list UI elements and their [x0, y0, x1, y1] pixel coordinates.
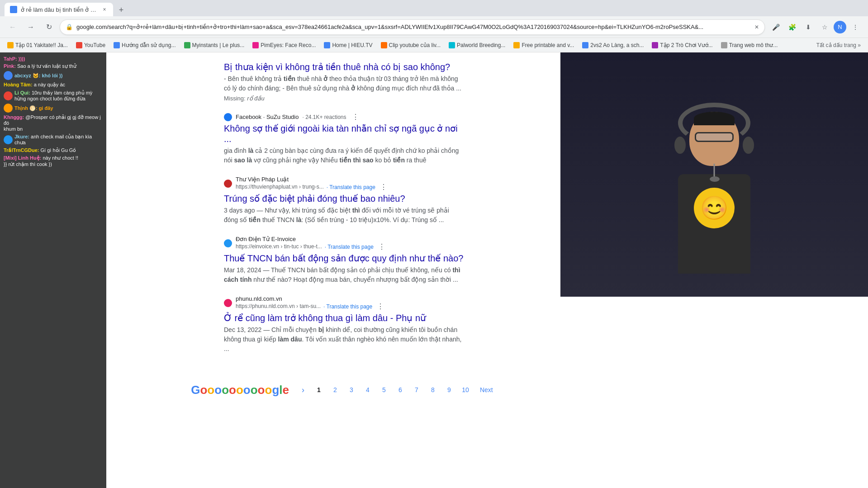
menu-icon[interactable]: ⋮: [848, 20, 863, 34]
tab-favicon: [10, 6, 17, 13]
profile-icon[interactable]: N: [834, 21, 846, 33]
chat-username: Li Qui: 10ru thầy làm càng phủ mỳ: [14, 90, 92, 95]
next-button[interactable]: Next: [476, 384, 497, 395]
streamer-figure: 😊: [560, 52, 868, 297]
bookmark-label: Hướng dẫn sử dụng...: [122, 42, 175, 48]
back-button[interactable]: ←: [5, 20, 20, 34]
bookmark-item[interactable]: Hướng dẫn sử dụng...: [110, 41, 179, 49]
result-title[interactable]: Ở rể cũng làm trở không thua gì làm dâu …: [224, 313, 464, 323]
bookmark-favicon: [76, 42, 82, 48]
forward-button[interactable]: →: [24, 20, 38, 34]
downloads-icon[interactable]: ⬇: [801, 20, 816, 34]
bookmark-item[interactable]: 2vs2 Ao Làng, a sch...: [579, 41, 647, 49]
page-10[interactable]: 10: [458, 383, 473, 397]
result-source-name: Đơn Điện Tử E-Invoice: [236, 236, 385, 242]
reload-button[interactable]: ↻: [42, 20, 56, 34]
bookmark-favicon: [513, 42, 520, 48]
chat-username: Pink: Sao a lý tư vấn luật sự thử: [4, 63, 103, 69]
page-7[interactable]: 7: [409, 383, 424, 397]
bookmark-item[interactable]: Free printable and v...: [510, 41, 578, 49]
search-result: phunu.nld.com.vn https://phunu.nld.com.v…: [224, 295, 464, 354]
result-snippet: Mar 18, 2024 — Thuế TNCN bán bất động sả…: [224, 265, 464, 284]
pagination-letter: l: [279, 383, 282, 397]
bookmark-label: 2vs2 Ao Làng, a sch...: [590, 42, 644, 48]
result-title[interactable]: Trúng số đặc biệt phải đóng thuế bao nhi…: [224, 193, 464, 204]
bookmark-item[interactable]: Palworld Breeding...: [445, 41, 509, 49]
page-2[interactable]: 2: [328, 383, 342, 397]
clear-address-icon[interactable]: ✕: [754, 24, 759, 30]
search-result: Thư Viện Pháp Luật https://thuvienphaplu…: [224, 176, 464, 225]
bookmark-item[interactable]: Trang web mô thư...: [717, 41, 782, 49]
bookmarks-bar: Tập 01 Yakitate!! Ja... YouTube Hướng dẫ…: [0, 38, 868, 52]
result-source-sub: · 24.1K+ reactions: [302, 114, 346, 120]
result-source: phunu.nld.com.vn https://phunu.nld.com.v…: [224, 295, 464, 311]
result-snippet: gia đình là cả 2 cùng bàn bạc cùng đưa r…: [224, 146, 464, 165]
pagination-letter: o: [265, 383, 272, 397]
bookmark-icon[interactable]: ☆: [817, 20, 832, 34]
bookmark-favicon: [721, 42, 727, 48]
chat-message: Pink: Sao a lý tư vấn luật sự thử: [4, 63, 103, 69]
result-menu-icon[interactable]: ⋮: [377, 302, 384, 311]
translate-link[interactable]: · Translate this page: [323, 303, 372, 310]
tab-bar: ở rẻ làm dâu bị tinh tiền ở tro thi làm …: [0, 0, 868, 16]
result-title[interactable]: Không sợ thế giới ngoài kia tàn nhẫn chỉ…: [224, 123, 464, 144]
google-pagination-logo: G o o o o o o o o o o g l e: [191, 383, 289, 397]
result-source-name: Thư Viện Pháp Luật: [236, 176, 387, 183]
bookmark-favicon: [184, 42, 190, 48]
chat-username: TahP: )))): [4, 56, 103, 62]
nav-bar: ← → ↻ 🔒 google.com/search?q=ở+rẻ+làm+dâu…: [0, 16, 868, 38]
chat-username: TrầlTrnCGDue: Gí gì hỏi Gu Gồ: [4, 147, 103, 153]
browser-frame: ở rẻ làm dâu bị tinh tiền ở tro thi làm …: [0, 0, 868, 488]
result-menu-icon[interactable]: ⋮: [378, 242, 385, 251]
bookmark-item[interactable]: Home | HIEU.TV: [320, 41, 376, 49]
pagination-letter: G: [191, 383, 200, 397]
bookmark-label: YouTube: [84, 42, 105, 48]
result-snippet: 3 days ago — Như vậy, khi trúng số đặc b…: [224, 206, 464, 225]
page-4[interactable]: 4: [360, 383, 375, 397]
voice-search-icon[interactable]: 🎤: [768, 20, 783, 34]
bookmark-favicon: [7, 42, 14, 48]
pagination-next-arrow[interactable]: ›: [302, 385, 304, 395]
chat-username: Thịnh 🌕: gi đây: [14, 105, 53, 111]
bookmark-item[interactable]: PimEyes: Face Reco...: [249, 41, 319, 49]
result-favicon: [224, 239, 232, 247]
active-tab[interactable]: ở rẻ làm dâu bị tinh tiền ở tro thi làm …: [5, 3, 113, 16]
tab-close-button[interactable]: ×: [101, 6, 108, 13]
bookmark-favicon: [582, 42, 588, 48]
result-menu-icon[interactable]: ⋮: [380, 183, 387, 191]
bookmark-item[interactable]: Tập 2 Trò Chơi Vướ...: [648, 41, 716, 49]
pagination-letter: o: [200, 383, 207, 397]
translate-link[interactable]: · Translate this page: [325, 244, 374, 250]
page-3[interactable]: 3: [344, 383, 359, 397]
missing-tag: Missing: rổ đầu: [224, 95, 464, 102]
result-favicon: [224, 113, 232, 121]
page-6[interactable]: 6: [393, 383, 408, 397]
chat-message: Li Qui: 10ru thầy làm càng phủ mỳ hừng n…: [4, 90, 103, 102]
bookmark-favicon: [252, 42, 259, 48]
address-bar[interactable]: 🔒 google.com/search?q=ở+rẻ+làm+dâu+bị+ti…: [60, 19, 765, 35]
extensions-icon[interactable]: 🧩: [785, 20, 799, 34]
pagination-letter: e: [283, 383, 289, 397]
bookmark-item[interactable]: YouTube: [72, 41, 109, 49]
new-tab-button[interactable]: +: [115, 4, 128, 16]
all-bookmarks[interactable]: Tất cả dấu trang »: [813, 41, 864, 49]
result-source: Thư Viện Pháp Luật https://thuvienphaplu…: [224, 176, 464, 191]
result-favicon: [224, 299, 232, 307]
bookmark-label: Home | HIEU.TV: [332, 42, 372, 48]
bookmark-item[interactable]: Tập 01 Yakitate!! Ja...: [4, 41, 71, 49]
chat-message: Hoàng Tâm: a này quậy ác: [4, 82, 103, 88]
result-url: https://phunu.nld.com.vn › tam-su...: [236, 303, 321, 309]
bookmark-label: Free printable and v...: [522, 42, 574, 48]
page-8[interactable]: 8: [426, 383, 440, 397]
page-5[interactable]: 5: [377, 383, 391, 397]
result-menu-icon[interactable]: ⋮: [352, 113, 359, 121]
search-result: Đơn Điện Tử E-Invoice https://einvoice.v…: [224, 236, 464, 284]
result-title[interactable]: Bị thưa kiện vì không trả tiền thuê nhà …: [224, 62, 464, 72]
result-title[interactable]: Thuế TNCN bán bất động sản được quy định…: [224, 253, 464, 264]
page-9[interactable]: 9: [442, 383, 456, 397]
page-1[interactable]: 1: [312, 383, 326, 397]
translate-link[interactable]: · Translate this page: [327, 184, 375, 190]
pagination-letter: o: [229, 383, 236, 397]
bookmark-item[interactable]: Myinstants | Le plus...: [180, 41, 248, 49]
bookmark-item[interactable]: Clip youtube của liv...: [377, 41, 445, 49]
